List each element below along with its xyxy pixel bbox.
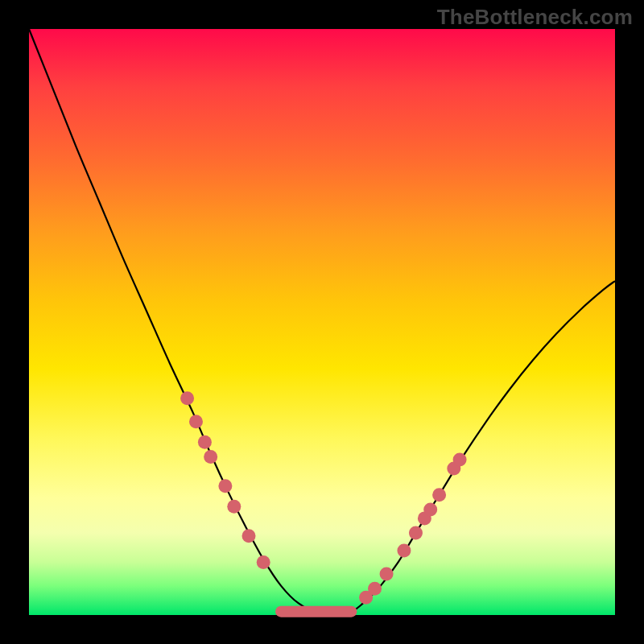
marker-dot — [227, 500, 241, 514]
curve-svg — [29, 29, 615, 615]
bottleneck-curve — [29, 29, 615, 617]
marker-dot — [368, 582, 382, 596]
marker-dot — [257, 555, 270, 569]
marker-dot — [423, 502, 437, 516]
marker-dot — [409, 526, 423, 540]
marker-dot — [180, 391, 194, 405]
marker-dot — [198, 436, 212, 449]
marker-dot — [204, 450, 217, 464]
marker-dot — [397, 543, 411, 557]
plot-area — [29, 29, 615, 615]
marker-dot — [380, 568, 394, 581]
marker-dot — [189, 415, 203, 428]
marker-dot — [432, 488, 446, 502]
chart-frame: TheBottleneck.com — [0, 0, 644, 644]
marker-dots — [180, 391, 467, 605]
watermark-label: TheBottleneck.com — [437, 5, 633, 30]
marker-dot — [453, 453, 467, 467]
marker-dot — [218, 479, 232, 493]
marker-dot — [242, 529, 256, 543]
